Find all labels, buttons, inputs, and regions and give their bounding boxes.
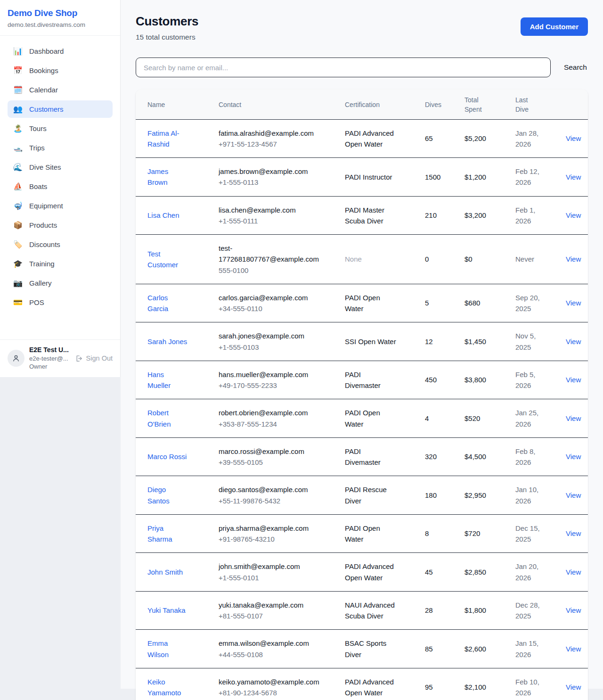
sign-out-button[interactable]: Sign Out [75,354,113,362]
sidebar-item-training[interactable]: 🎓 Training [8,255,113,272]
view-customer-link[interactable]: View [566,338,581,346]
customer-name-link[interactable]: Yuki Tanaka [147,605,186,616]
view-customer-link[interactable]: View [566,606,581,614]
view-customer-link[interactable]: View [566,683,581,691]
label-tag-icon: 🏷️ [13,241,23,248]
view-customer-link[interactable]: View [566,645,581,653]
sidebar-item-customers[interactable]: 👥 Customers [8,100,113,118]
customer-dives: 8 [425,529,429,537]
column-header-name: Name [136,90,211,119]
sailboat-icon: ⛵ [13,183,23,190]
customer-phone: 555-0100 [219,265,330,276]
customer-certification: PADI Advanced Open Water [345,561,398,583]
graduation-cap-icon: 🎓 [13,260,23,268]
customer-phone: +81-90-1234-5678 [219,687,330,698]
sign-out-icon [75,354,83,362]
customer-email: hans.mueller@example.com [219,369,329,380]
cell-contact: diego.santos@example.com +55-11-99876-54… [211,476,337,515]
view-customer-link[interactable]: View [566,491,581,499]
view-customer-link[interactable]: View [566,453,581,461]
customer-email: carlos.garcia@example.com [219,292,329,303]
sidebar-item-gallery[interactable]: 📷 Gallery [8,274,113,292]
view-customer-link[interactable]: View [566,134,581,142]
cell-action: View [558,476,588,515]
customer-name-link[interactable]: James Brown [147,166,188,188]
customer-name-link[interactable]: Robert O'Brien [147,407,188,429]
view-customer-link[interactable]: View [566,414,581,422]
cell-action: View [558,668,588,700]
view-customer-link[interactable]: View [566,376,581,384]
customer-total-spent: $2,600 [464,645,486,653]
view-customer-link[interactable]: View [566,173,581,181]
customer-name-link[interactable]: Test Customer [147,248,188,271]
search-button[interactable]: Search [563,60,588,74]
table-row: Emma Wilson emma.wilson@example.com +44-… [136,630,588,668]
sidebar-item-label: POS [29,298,44,306]
view-customer-link[interactable]: View [566,568,581,576]
sidebar-item-tours[interactable]: 🏝️ Tours [8,120,113,137]
customer-total-spent: $3,200 [464,211,486,219]
cell-dives: 28 [417,591,457,630]
cell-total-spent: $0 [457,235,508,284]
customer-last-dive: Dec 15, 2025 [515,523,545,545]
cell-name: Lisa Chen [136,196,211,235]
customer-name-link[interactable]: Diego Santos [147,484,188,506]
cell-last-dive: Sep 20, 2025 [508,284,558,322]
sidebar-item-discounts[interactable]: 🏷️ Discounts [8,236,113,253]
customer-email: diego.santos@example.com [219,484,329,495]
sidebar-item-pos[interactable]: 💳 POS [8,294,113,311]
cell-action: View [558,119,588,158]
customer-last-dive: Feb 5, 2026 [515,369,545,391]
cell-name: Diego Santos [136,476,211,515]
sidebar-item-boats[interactable]: ⛵ Boats [8,178,113,195]
customer-total-spent: $720 [464,529,480,537]
sidebar-item-dive-sites[interactable]: 🌊 Dive Sites [8,158,113,176]
cell-dives: 65 [417,119,457,158]
search-input[interactable] [136,58,551,77]
view-customer-link[interactable]: View [566,529,581,537]
column-header-last-dive: Last Dive [508,90,558,119]
customer-phone: +971-55-123-4567 [219,139,330,149]
sidebar-item-label: Gallery [29,279,52,287]
customer-dives: 450 [425,376,437,384]
brand-name[interactable]: Demo Dive Shop [8,8,113,18]
sidebar-item-calendar[interactable]: 🗓️ Calendar [8,81,113,99]
cell-total-spent: $1,200 [457,158,508,197]
customer-name-link[interactable]: Emma Wilson [147,638,188,660]
cell-contact: lisa.chen@example.com +1-555-0111 [211,196,337,235]
user-section: E2E Test U... e2e-tester@... Owner Sign … [0,339,120,377]
cell-action: View [558,437,588,476]
sidebar-item-label: Boats [29,182,47,190]
customer-total-spent: $1,200 [464,173,486,181]
customer-certification: PADI Rescue Diver [345,484,398,506]
customer-name-link[interactable]: Lisa Chen [147,210,179,221]
wave-icon: 🌊 [13,164,23,171]
customer-name-link[interactable]: John Smith [147,567,183,577]
customer-name-link[interactable]: Marco Rossi [147,451,187,462]
sidebar-item-label: Dive Sites [29,163,61,171]
cell-dives: 450 [417,361,457,399]
view-customer-link[interactable]: View [566,255,581,263]
sidebar-item-dashboard[interactable]: 📊 Dashboard [8,42,113,60]
customer-dives: 12 [425,338,433,346]
cell-contact: sarah.jones@example.com +1-555-0103 [211,322,337,361]
sidebar-item-bookings[interactable]: 📅 Bookings [8,62,113,79]
customer-name-link[interactable]: Priya Sharma [147,523,188,545]
customer-name-link[interactable]: Keiko Yamamoto [147,676,188,699]
cell-certification: PADI Rescue Diver [337,476,417,515]
sidebar-item-equipment[interactable]: 🤿 Equipment [8,197,113,214]
customer-name-link[interactable]: Hans Mueller [147,369,188,391]
view-customer-link[interactable]: View [566,299,581,307]
customer-email: priya.sharma@example.com [219,523,329,534]
sidebar-item-products[interactable]: 📦 Products [8,216,113,234]
customer-certification: None [345,254,362,264]
view-customer-link[interactable]: View [566,211,581,219]
sidebar-item-trips[interactable]: 🛥️ Trips [8,139,113,156]
customer-name-link[interactable]: Carlos Garcia [147,292,188,314]
add-customer-button[interactable]: Add Customer [521,17,588,36]
customer-name-link[interactable]: Sarah Jones [147,336,187,347]
customer-certification: PADI Instructor [345,172,392,182]
cell-certification: PADI Advanced Open Water [337,668,417,700]
cell-last-dive: Jan 25, 2026 [508,399,558,438]
customer-name-link[interactable]: Fatima Al-Rashid [147,128,188,150]
